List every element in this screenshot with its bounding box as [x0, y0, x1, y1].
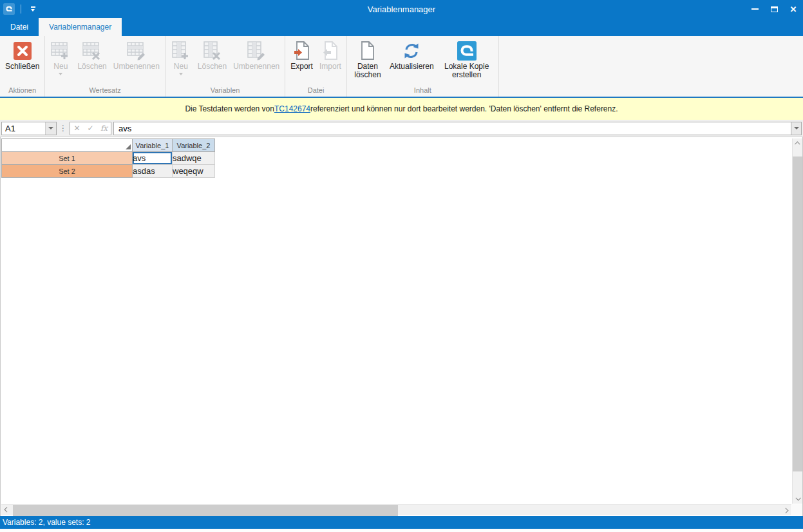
close-icon: ✕	[790, 5, 797, 14]
close-button[interactable]: ✕	[784, 0, 803, 18]
notice-text-before: Die Testdaten werden von	[185, 104, 274, 113]
table-column-rename-icon	[246, 39, 267, 62]
blank-page-icon	[359, 39, 376, 62]
status-bar: Variables: 2, value sets: 2	[0, 516, 803, 529]
horizontal-scrollbar-thumb[interactable]	[13, 505, 398, 516]
name-box-dropdown-button[interactable]	[45, 122, 56, 135]
chevron-right-icon	[783, 508, 788, 513]
row-header-set-2[interactable]: Set 2	[2, 165, 133, 178]
tab-variablenmanager[interactable]: Variablenmanager	[39, 18, 122, 36]
bottom-strip	[0, 529, 803, 532]
horizontal-scrollbar[interactable]	[1, 504, 791, 515]
titlebar-separator	[21, 5, 21, 14]
column-header-variable-1[interactable]: Variable_1	[133, 139, 173, 152]
wertesatz-neu-button[interactable]: Neu	[47, 38, 74, 85]
minimize-button[interactable]	[745, 0, 764, 18]
vertical-scrollbar-thumb[interactable]	[793, 157, 803, 471]
insert-function-button[interactable]: fx	[97, 124, 111, 133]
group-label-wertesatz: Wertesatz	[47, 85, 162, 97]
dropdown-arrow-icon	[59, 73, 62, 75]
ribbon-tab-row: Datei Variablenmanager	[0, 18, 803, 36]
ribbon-group-variablen: Neu Löschen	[165, 36, 285, 97]
testcase-link[interactable]: TC142674	[274, 104, 310, 113]
table-column-delete-icon	[202, 39, 223, 62]
row-header-set-1[interactable]: Set 1	[2, 152, 133, 165]
variablen-neu-button[interactable]: Neu	[167, 38, 194, 85]
title-bar: Variablenmanager ✕	[0, 0, 803, 18]
dropdown-arrow-icon	[179, 73, 183, 75]
ribbon-group-aktionen: Schließen Aktionen	[0, 36, 45, 97]
select-all-corner[interactable]	[2, 139, 133, 152]
reference-notice-bar: Die Testdaten werden von TC142674 refere…	[0, 98, 803, 120]
worksheet: Variable_1 Variable_2 Set 1 avs sadwqe S…	[1, 138, 791, 504]
scrollbar-corner	[792, 504, 802, 515]
chevron-down-icon	[795, 495, 800, 500]
group-label-inhalt: Inhalt	[349, 85, 496, 97]
app-window: Variablenmanager ✕ Datei Variablenmanage…	[0, 0, 803, 532]
daten-loeschen-button[interactable]: Daten löschen	[349, 38, 386, 85]
group-label-variablen: Variablen	[167, 85, 283, 97]
export-page-icon	[292, 39, 312, 62]
cell-a1-selected[interactable]: avs	[133, 152, 173, 165]
import-button[interactable]: Import	[316, 38, 345, 85]
chevron-left-icon	[4, 507, 9, 512]
lokale-kopie-erstellen-button[interactable]: Lokale Kopie erstellen	[437, 38, 496, 85]
export-button[interactable]: Export	[287, 38, 316, 85]
group-label-aktionen: Aktionen	[2, 85, 43, 97]
cell-reference-input[interactable]	[2, 124, 45, 133]
scroll-right-button[interactable]	[781, 505, 791, 515]
variablen-umbenennen-button[interactable]: Umbenennen	[230, 38, 283, 85]
ribbon-group-wertesatz: Neu Löschen	[45, 36, 165, 97]
window-title: Variablenmanager	[368, 5, 435, 14]
table-row: Set 2 asdas weqeqw	[2, 165, 215, 178]
maximize-icon	[771, 6, 778, 12]
formula-bar-grip-icon[interactable]: ⋮	[57, 124, 70, 133]
table-column-add-icon	[171, 39, 191, 62]
scroll-left-button[interactable]	[1, 505, 12, 515]
column-header-variable-2[interactable]: Variable_2	[173, 139, 215, 152]
cell-b2[interactable]: weqeqw	[173, 165, 215, 178]
chevron-down-icon	[48, 127, 53, 129]
header-row: Variable_1 Variable_2	[2, 139, 215, 152]
notice-text-after: referenziert und können nur dort bearbei…	[310, 104, 618, 113]
formula-input-wrap	[113, 122, 791, 135]
cancel-entry-button[interactable]: ✕	[70, 124, 84, 133]
aktualisieren-button[interactable]: Aktualisieren	[386, 38, 437, 85]
variables-grid: Variable_1 Variable_2 Set 1 avs sadwqe S…	[1, 138, 215, 178]
minimize-icon	[751, 8, 759, 10]
maximize-button[interactable]	[764, 0, 784, 18]
app-logo-icon[interactable]	[3, 3, 15, 15]
tab-datei[interactable]: Datei	[0, 18, 39, 36]
group-label-datei: Datei	[287, 85, 345, 97]
quick-access-dropdown-icon[interactable]	[26, 6, 39, 12]
formula-bar-expand-button[interactable]	[791, 122, 802, 135]
refresh-icon	[402, 39, 421, 62]
vertical-scrollbar[interactable]	[792, 138, 802, 504]
wertesatz-loeschen-button[interactable]: Löschen	[74, 38, 109, 85]
status-text: Variables: 2, value sets: 2	[3, 518, 91, 527]
wertesatz-umbenennen-button[interactable]: Umbenennen	[110, 38, 163, 85]
ribbon: Schließen Aktionen Neu	[0, 36, 803, 98]
schliessen-button[interactable]: Schließen	[2, 38, 43, 85]
scroll-up-button[interactable]	[793, 138, 803, 149]
select-all-triangle-icon	[126, 144, 131, 149]
ribbon-group-datei: Export Import Datei	[285, 36, 347, 97]
variablen-loeschen-button[interactable]: Löschen	[194, 38, 230, 85]
formula-input[interactable]	[114, 122, 791, 135]
cell-a2[interactable]: asdas	[133, 165, 173, 178]
confirm-entry-button[interactable]: ✓	[84, 124, 97, 133]
formula-buttons: ✕ ✓ fx	[70, 122, 111, 135]
chevron-up-icon	[795, 141, 800, 146]
cell-b1[interactable]: sadwqe	[173, 152, 215, 165]
ribbon-group-inhalt: Daten löschen Aktualisieren	[347, 36, 499, 97]
table-row-add-icon	[50, 39, 71, 62]
close-red-icon	[13, 39, 32, 62]
chevron-down-icon	[794, 127, 799, 129]
table-row-rename-icon	[126, 39, 147, 62]
table-row-delete-icon	[82, 39, 102, 62]
name-box	[1, 122, 57, 135]
table-row: Set 1 avs sadwqe	[2, 152, 215, 165]
worksheet-area: Variable_1 Variable_2 Set 1 avs sadwqe S…	[0, 137, 803, 516]
scroll-down-button[interactable]	[793, 493, 803, 504]
app-logo-blue-icon	[457, 39, 477, 62]
